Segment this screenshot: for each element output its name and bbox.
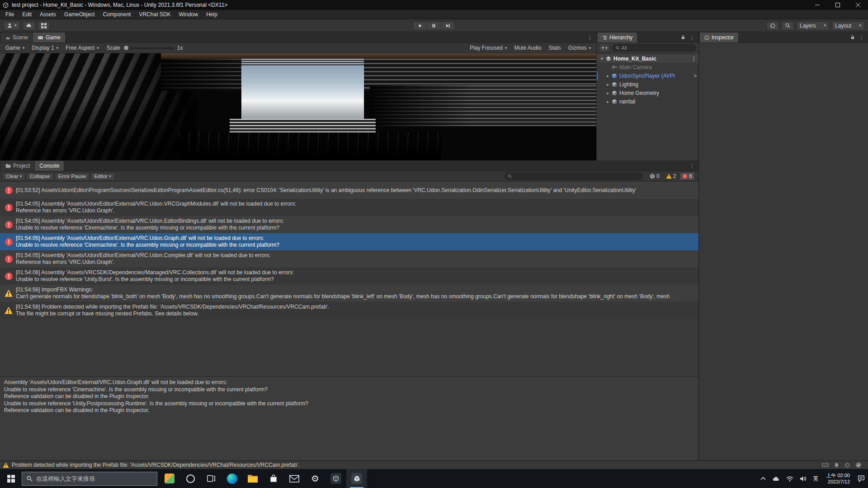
prefab-open-chevron[interactable]: >: [693, 73, 697, 79]
tab-inspector[interactable]: Inspector: [700, 33, 738, 42]
aspect-dropdown[interactable]: Free Aspect ▾: [62, 44, 102, 52]
taskbar-search-input[interactable]: [36, 475, 153, 482]
pause-button[interactable]: [427, 21, 441, 30]
services-button[interactable]: [38, 21, 50, 30]
notification-bell-icon[interactable]: [834, 462, 840, 468]
play-focused-dropdown[interactable]: Play Focused ▾: [467, 44, 510, 52]
log-entry[interactable]: [01:54:58] Problem detected while import…: [0, 302, 698, 319]
log-entry[interactable]: [01:54:05] Assembly 'Assets/Udon/Editor/…: [0, 199, 698, 216]
foldout-collapsed-icon[interactable]: ▸: [605, 99, 611, 104]
hierarchy-item-main-camera[interactable]: Main Camera: [597, 63, 698, 71]
unity-cloud-button[interactable]: [23, 21, 35, 30]
maximize-button[interactable]: [827, 0, 848, 10]
kebab-icon[interactable]: ⋮: [859, 34, 864, 41]
console-activity-icon[interactable]: [822, 462, 829, 468]
hierarchy-item-rainfall[interactable]: ▸ rainfall: [597, 97, 698, 106]
undo-history-button[interactable]: [766, 21, 779, 30]
display-dropdown[interactable]: Display 1 ▾: [28, 44, 61, 52]
kebab-icon[interactable]: ⋮: [689, 34, 695, 41]
console-detail-pane[interactable]: Assembly 'Assets/Udon/Editor/External/VR…: [0, 376, 698, 460]
game-viewport[interactable]: [0, 53, 596, 160]
error-pause-toggle[interactable]: Error Pause: [55, 173, 90, 180]
menu-assets[interactable]: Assets: [36, 10, 60, 19]
tray-onedrive-icon[interactable]: [769, 469, 783, 488]
taskbar-unity-editor-button[interactable]: [346, 469, 367, 488]
scale-slider-knob[interactable]: [124, 46, 128, 50]
collapse-toggle[interactable]: Collapse: [26, 173, 54, 180]
taskbar-widgets-button[interactable]: [159, 469, 180, 488]
layers-dropdown[interactable]: Layers ▾: [797, 21, 829, 30]
error-count-toggle[interactable]: 6: [679, 172, 695, 180]
menu-window[interactable]: Window: [175, 10, 202, 19]
stats-toggle[interactable]: Stats: [545, 44, 564, 52]
hierarchy-item-udonsyncplayer[interactable]: ▸ UdonSyncPlayer (AVPr >: [597, 71, 698, 80]
account-button[interactable]: ▾: [4, 21, 20, 30]
gizmos-dropdown[interactable]: Gizmos ▾: [565, 44, 594, 52]
taskbar-mail-button[interactable]: [284, 469, 305, 488]
kebab-icon[interactable]: ⋮: [587, 34, 593, 41]
menu-vrchat-sdk[interactable]: VRChat SDK: [135, 10, 175, 19]
foldout-expanded-icon[interactable]: ▾: [599, 56, 605, 61]
editor-dropdown[interactable]: Editor ▾: [90, 173, 115, 180]
console-search-input[interactable]: [514, 174, 639, 179]
taskbar-clock[interactable]: 上午 02:00 2022/7/12: [821, 469, 854, 488]
tray-language-indicator[interactable]: 英: [810, 469, 821, 488]
mute-audio-toggle[interactable]: Mute Audio: [511, 44, 544, 52]
create-object-button[interactable]: + ▾: [599, 44, 610, 52]
foldout-collapsed-icon[interactable]: ▸: [605, 82, 611, 87]
menu-component[interactable]: Component: [99, 10, 135, 19]
hierarchy-item-home-geometry[interactable]: ▸ Home Geometry: [597, 89, 698, 97]
play-button[interactable]: [413, 21, 427, 30]
clear-button[interactable]: Clear ▾: [2, 173, 25, 180]
kebab-icon[interactable]: ⋮: [691, 56, 697, 62]
scale-slider[interactable]: [124, 47, 174, 49]
tab-game[interactable]: Game: [33, 33, 65, 42]
foldout-collapsed-icon[interactable]: ▸: [605, 91, 611, 95]
taskbar-unity-hub-button[interactable]: [326, 469, 346, 488]
hierarchy-item-scene[interactable]: ▾ Home_Kit_Basic ⋮: [597, 54, 698, 63]
start-button[interactable]: [0, 469, 22, 488]
action-center-button[interactable]: [854, 469, 868, 488]
minimize-button[interactable]: [807, 0, 827, 10]
display-target-dropdown[interactable]: Game ▾: [2, 44, 28, 52]
log-entry[interactable]: [01:53:52] Assets\Udon\Editor\ProgramSou…: [0, 182, 698, 199]
taskbar-edge-button[interactable]: [222, 469, 242, 488]
info-count-toggle[interactable]: 0: [647, 172, 662, 180]
console-search-field[interactable]: [505, 173, 642, 180]
tray-network-icon[interactable]: [783, 469, 797, 488]
foldout-collapsed-icon[interactable]: ▸: [605, 74, 611, 78]
menu-edit[interactable]: Edit: [18, 10, 36, 19]
menu-gameobject[interactable]: GameObject: [60, 10, 99, 19]
menu-help[interactable]: Help: [202, 10, 222, 19]
progress-check-icon[interactable]: [855, 462, 862, 468]
hierarchy-item-lighting[interactable]: ▸ Lighting: [597, 80, 698, 89]
menu-file[interactable]: File: [1, 10, 18, 19]
step-button[interactable]: [441, 21, 455, 30]
taskbar-store-button[interactable]: [263, 469, 284, 488]
tray-volume-icon[interactable]: [797, 469, 810, 488]
tab-project[interactable]: Project: [1, 161, 34, 171]
taskbar-task-view-button[interactable]: [201, 469, 222, 488]
kebab-icon[interactable]: ⋮: [689, 163, 695, 169]
log-entry[interactable]: [01:54:56] ImportFBX Warnings:Can't gene…: [0, 285, 698, 302]
log-entry[interactable]: [01:54:05] Assembly 'Assets/Udon/Editor/…: [0, 250, 698, 267]
taskbar-cortana-button[interactable]: [180, 469, 201, 488]
tab-console[interactable]: Console: [35, 161, 64, 171]
log-entry[interactable]: [01:54:05] Assembly 'Assets/Udon/Editor/…: [0, 216, 698, 233]
tab-scene[interactable]: Scene: [1, 33, 33, 42]
hierarchy-search-field[interactable]: All: [612, 44, 696, 52]
close-button[interactable]: [848, 0, 868, 10]
taskbar-settings-button[interactable]: ⚙: [305, 469, 326, 488]
lock-icon[interactable]: [681, 35, 685, 40]
tab-hierarchy[interactable]: Hierarchy: [598, 33, 637, 42]
log-entry[interactable]: [01:54:06] Assembly 'Assets/VRCSDK/Depen…: [0, 267, 698, 285]
taskbar-file-explorer-button[interactable]: [242, 469, 263, 488]
status-message[interactable]: Problem detected while importing the Pre…: [12, 462, 299, 468]
global-search-button[interactable]: [782, 21, 794, 30]
tray-chevron-up[interactable]: [757, 469, 769, 488]
log-entry-selected[interactable]: [01:54:05] Assembly 'Assets/Udon/Editor/…: [0, 233, 698, 250]
warning-count-toggle[interactable]: 2: [663, 172, 679, 180]
layout-dropdown[interactable]: Layout ▾: [832, 21, 864, 30]
taskbar-search[interactable]: [22, 472, 157, 486]
lock-icon[interactable]: [850, 35, 855, 40]
